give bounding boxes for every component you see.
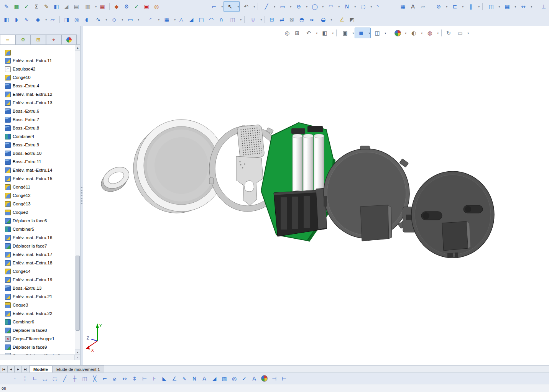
split-icon[interactable]: ⊟ [267,14,277,25]
sketch-point-icon[interactable]: · [10,373,20,384]
view-settings-icon[interactable]: ◍ [423,28,439,38]
boundary-boss-icon[interactable]: ▱ [48,14,58,25]
spline-icon[interactable]: N [340,1,357,12]
smart-dimension-icon[interactable]: ⌀ [110,373,120,384]
line-icon[interactable]: ╱ [260,1,276,12]
feature-tree-item[interactable]: Déplacer la face9 [0,343,75,351]
feature-tree-item[interactable]: Boss.-Extru.8 [0,124,75,132]
text-icon[interactable]: A [408,1,418,12]
ellipse-icon[interactable]: ◌ [357,1,373,12]
mirror-icon[interactable]: ◧ [51,1,61,12]
tree-vertical-scrollbar[interactable]: ▲ ▼ [75,45,80,355]
baseline-dimension-icon[interactable]: ⊢ [140,373,150,384]
jog-line-icon[interactable]: ⌐ [100,373,110,384]
feature-tree-item[interactable]: Congé11 [0,183,75,191]
plug-positive-icon[interactable]: ⊢ [279,373,289,384]
feature-tree-item[interactable]: Enlèv. mat.-Extru.12 [0,90,75,98]
feature-tree-item[interactable]: Combiner6 [0,318,75,326]
conic-icon[interactable]: ◝ [373,1,383,12]
3d-canvas[interactable]: Y X Z [83,26,549,365]
dynamic-mirror-icon[interactable]: ◫ [80,373,90,384]
approve-icon[interactable]: ✓ [131,1,141,12]
feature-tree-item[interactable]: Congé14 [0,267,75,276]
shield-check-icon[interactable]: ✓ [239,373,249,384]
convert-entities-icon[interactable]: ⊏ [448,1,464,12]
tree-scroll-down-button[interactable]: ▼ [75,349,80,355]
tangent-arc-icon[interactable]: ◡ [40,373,50,384]
mirror-feature-icon[interactable]: ◫ [226,14,242,25]
feature-tree-item[interactable]: Boss.-Extru.4 [0,82,75,90]
feature-tree-item[interactable]: Esquisse42 [0,65,75,73]
feature-tree-item[interactable]: Enlèv. mat.-Extru.13 [0,98,75,107]
batteries[interactable] [293,134,324,195]
graphics-viewport[interactable]: Y X Z ◎ ⊞ ↶ ◧ ▣ ◼ ◫ [83,26,549,365]
section-properties-icon[interactable]: ◩ [347,14,357,25]
rotate-view-icon[interactable]: ↻ [444,28,454,38]
model-tab-scroll-next-button[interactable]: ▶ [15,366,22,373]
feature-tree-item[interactable]: Coque3 [0,301,75,309]
chamfer-dimension-icon[interactable]: ◣ [159,373,169,384]
intersect-icon[interactable]: ∩ [216,14,226,25]
lofted-boss-icon[interactable]: ◆ [31,14,48,25]
ordinate-dimension-icon[interactable]: ⊦ [150,373,159,384]
fillet-icon[interactable]: ◜ [144,14,160,25]
wrap-icon[interactable]: ◠ [206,14,216,25]
linear-pattern-icon[interactable]: ▦ [160,14,176,25]
feature-tree-item[interactable]: Enlèv. mat.-Extru.15 [0,174,75,183]
select-arrow-icon[interactable]: ↖ [224,1,240,12]
centerline-icon[interactable]: ╎ [20,373,30,384]
split-entities-icon[interactable]: ╳ [90,373,100,384]
feature-tree-item[interactable]: Corps-Effacer/suppr1 [0,335,75,343]
swept-cut-icon[interactable]: ∿ [92,14,108,25]
displaymanager-tab[interactable] [61,34,77,44]
tab-motion-study[interactable]: Etude de mouvement 1 [52,366,104,373]
hole-wizard-icon[interactable]: ◎ [72,14,82,25]
feature-tree-item[interactable]: Boss.-Extru.7 [0,115,75,124]
scale-icon[interactable]: ◢ [61,1,71,12]
sketch-text-icon[interactable]: A [199,373,209,384]
feature-tree-item[interactable]: Congé10 [0,73,75,82]
battery-holder[interactable] [274,188,327,236]
propertymanager-tab[interactable]: ⚙ [15,34,31,44]
featuremanager-tab[interactable]: ≡ [0,34,15,44]
curves-icon[interactable]: ∪ [247,14,263,25]
feature-tree-item[interactable]: Coque2 [0,208,75,217]
extruded-cut-icon[interactable]: ◨ [62,14,72,25]
arc-icon[interactable]: ◠ [324,1,340,12]
perimeter-circle-icon[interactable]: ◌ [50,373,60,384]
offset-entities-icon[interactable]: ∥ [464,1,480,12]
circle-icon[interactable]: ◯ [308,1,324,12]
verification-icon[interactable]: ✓ [21,1,31,12]
configurationmanager-tab[interactable]: ⊞ [31,34,46,44]
model-tab-scroll-end-button[interactable]: ▶| [22,366,29,373]
sketch-pattern-icon[interactable]: ▦ [398,1,408,12]
feature-tree-item[interactable]: Boss.-Extru.11 [0,157,75,166]
back-cover-part[interactable] [403,171,494,258]
delete-body-icon[interactable]: ⊠ [287,14,297,25]
edit-sketch-icon[interactable]: ✎ [41,1,51,12]
rear-housing-part[interactable] [324,146,409,241]
undo-icon[interactable]: ↶ [240,1,256,12]
trim-entities-icon[interactable]: ⊘ [432,1,448,12]
horizontal-dimension-icon[interactable]: ↔ [120,373,130,384]
edit-appearance-icon[interactable] [391,28,407,38]
tree-scroll-right-button[interactable]: › [74,355,80,360]
revolved-boss-icon[interactable]: ◗ [12,14,21,25]
model-tab-scroll-prev-button[interactable]: ◀ [7,366,15,373]
swept-boss-icon[interactable]: ∿ [21,14,31,25]
extruded-boss-icon[interactable]: ◧ [2,14,12,25]
boundary-cut-icon[interactable]: ▭ [124,14,140,25]
linear-sketch-pattern-icon[interactable]: ▦ [501,1,517,12]
feature-tree-item[interactable]: Boss.-Extru.10 [0,149,75,157]
feature-tree-item[interactable]: Congé13 [0,200,75,208]
freeform-icon[interactable]: ◓ [297,14,307,25]
feature-tree-item[interactable]: Enlèv. mat.-Extru.18 [0,259,75,267]
oval-clip-part[interactable] [97,163,133,196]
clipped-tree-item[interactable] [0,45,80,56]
model-tab-scroll-start-button[interactable]: |◀ [0,366,7,373]
pcb-assembly-part[interactable] [261,123,335,242]
feature-tree-item[interactable]: Enlèv. mat.-Extru.22 [0,309,75,318]
feature-tree-item[interactable]: Déplacer la face6 [0,217,75,225]
paste-icon[interactable]: ▥ [81,1,97,12]
revolved-cut-icon[interactable]: ◖ [82,14,92,25]
